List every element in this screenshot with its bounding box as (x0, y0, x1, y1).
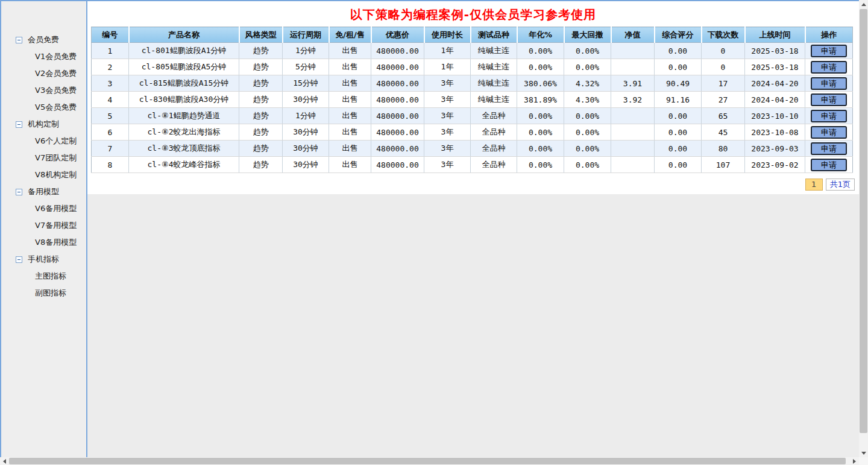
table-cell-action: 申请 (805, 43, 853, 59)
table-row: 7cl-⑧3蛟龙顶底指标趋势30分钟出售480000.003年全品种0.00%0… (92, 141, 853, 157)
table-cell: cl-805鲲鹏波段A5分钟 (129, 59, 239, 75)
scroll-left-icon[interactable] (0, 457, 8, 465)
table-cell: 1分钟 (283, 108, 329, 124)
sidebar-item[interactable]: V6备用模型 (1, 200, 86, 217)
table-cell: 3年 (424, 108, 471, 124)
table-cell: 5 (92, 108, 129, 124)
table-cell: 1 (92, 43, 129, 59)
table-cell: 1年 (424, 59, 471, 75)
table-cell (611, 108, 655, 124)
sidebar-group[interactable]: 机构定制 (1, 116, 86, 133)
table-cell: 80 (702, 141, 745, 157)
tree-collapse-minus-icon[interactable] (16, 37, 22, 43)
sidebar-group[interactable]: 备用模型 (1, 183, 86, 200)
sidebar-item[interactable]: V1会员免费 (1, 48, 86, 65)
scroll-right-icon[interactable] (850, 457, 858, 465)
sidebar-group-label: 备用模型 (28, 186, 59, 197)
vertical-scrollbar[interactable] (859, 0, 868, 457)
table-cell: 0.00% (564, 108, 611, 124)
sidebar-item[interactable]: V7备用模型 (1, 217, 86, 234)
table-cell-action: 申请 (805, 124, 853, 141)
table-cell: 纯碱主连 (471, 75, 517, 92)
window-top-border (0, 0, 859, 1)
horizontal-scrollbar-thumb[interactable] (9, 458, 846, 464)
column-header: 编号 (92, 27, 129, 43)
sidebar-item[interactable]: 主图指标 (1, 268, 86, 285)
scroll-up-icon[interactable] (859, 0, 868, 8)
table-cell: 3年 (424, 92, 471, 108)
table-cell: 45 (702, 124, 745, 141)
table-cell: 480000.00 (371, 157, 424, 173)
scrollbar-corner (859, 457, 868, 465)
tree-collapse-minus-icon[interactable] (16, 121, 22, 128)
pagination-current-page[interactable]: 1 (805, 179, 823, 191)
scroll-down-icon[interactable] (859, 449, 868, 457)
tree-collapse-minus-icon[interactable] (16, 256, 22, 263)
apply-button[interactable]: 申请 (811, 45, 847, 57)
table-cell: 380.06% (517, 75, 564, 92)
table-cell: 趋势 (239, 108, 283, 124)
table-cell: 107 (702, 157, 745, 173)
table-row: 2cl-805鲲鹏波段A5分钟趋势5分钟出售480000.001年纯碱主连0.0… (92, 59, 853, 75)
table-cell: 全品种 (471, 108, 517, 124)
sidebar-item[interactable]: V8机构定制 (1, 166, 86, 183)
table-cell: cl-830鲲鹏波段A30分钟 (129, 92, 239, 108)
table-cell: 出售 (329, 43, 371, 59)
sidebar-item[interactable]: V6个人定制 (1, 133, 86, 150)
apply-button[interactable]: 申请 (811, 159, 847, 171)
sidebar-item[interactable]: V2会员免费 (1, 65, 86, 82)
table-cell: 0.00% (517, 157, 564, 173)
table-cell: 0 (702, 43, 745, 59)
table-cell: 0 (702, 59, 745, 75)
sidebar-group[interactable]: 会员免费 (1, 31, 86, 48)
table-cell: 趋势 (239, 59, 283, 75)
column-header: 运行周期 (283, 27, 329, 43)
apply-button[interactable]: 申请 (811, 77, 847, 90)
table-cell: cl-815鲲鹏波段A15分钟 (129, 75, 239, 92)
sidebar-item[interactable]: V8备用模型 (1, 234, 86, 251)
table-cell: 0.00 (655, 141, 702, 157)
apply-button[interactable]: 申请 (811, 110, 847, 122)
table-cell: 纯碱主连 (471, 92, 517, 108)
table-cell: 3年 (424, 141, 471, 157)
table-cell: 2023-09-03 (745, 141, 805, 157)
apply-button[interactable]: 申请 (811, 126, 847, 139)
apply-button[interactable]: 申请 (811, 142, 847, 155)
sidebar-item[interactable]: V7团队定制 (1, 150, 86, 166)
tree-collapse-minus-icon[interactable] (16, 189, 22, 195)
table-cell: 2023-10-10 (745, 108, 805, 124)
sidebar-group-label: 手机指标 (28, 254, 59, 265)
column-header: 操作 (805, 27, 853, 43)
table-cell: cl-⑧4蛟龙峰谷指标 (129, 157, 239, 173)
table-cell: 3 (92, 75, 129, 92)
sidebar-item[interactable]: 副图指标 (1, 285, 86, 302)
table-cell-action: 申请 (805, 157, 853, 173)
strategy-table: 编号产品名称风格类型运行周期免/租/售优惠价使用时长测试品种年化%最大回撤净值综… (91, 27, 853, 173)
apply-button[interactable]: 申请 (811, 93, 847, 106)
column-header: 上线时间 (745, 27, 805, 43)
table-cell: 91.16 (655, 92, 702, 108)
table-cell: 30分钟 (283, 92, 329, 108)
sidebar-group[interactable]: 手机指标 (1, 251, 86, 268)
table-cell: 6 (92, 124, 129, 141)
table-cell: 15分钟 (283, 75, 329, 92)
table-cell: 4.32% (564, 75, 611, 92)
table-cell: 30分钟 (283, 157, 329, 173)
sidebar-group-label: 机构定制 (28, 119, 59, 130)
table-cell: 480000.00 (371, 124, 424, 141)
table-cell: 出售 (329, 108, 371, 124)
apply-button[interactable]: 申请 (811, 61, 847, 74)
sidebar-item[interactable]: V3会员免费 (1, 82, 86, 99)
column-header: 测试品种 (471, 27, 517, 43)
table-cell: 0.00 (655, 124, 702, 141)
table-cell: 0.00% (517, 124, 564, 141)
table-cell: 480000.00 (371, 141, 424, 157)
table-cell (611, 124, 655, 141)
table-cell: 趋势 (239, 141, 283, 157)
table-cell (611, 43, 655, 59)
sidebar-item[interactable]: V5会员免费 (1, 99, 86, 116)
vertical-scrollbar-thumb[interactable] (860, 9, 867, 433)
horizontal-scrollbar[interactable] (0, 457, 868, 465)
table-header-row: 编号产品名称风格类型运行周期免/租/售优惠价使用时长测试品种年化%最大回撤净值综… (92, 27, 853, 43)
table-cell: 2025-03-18 (745, 43, 805, 59)
